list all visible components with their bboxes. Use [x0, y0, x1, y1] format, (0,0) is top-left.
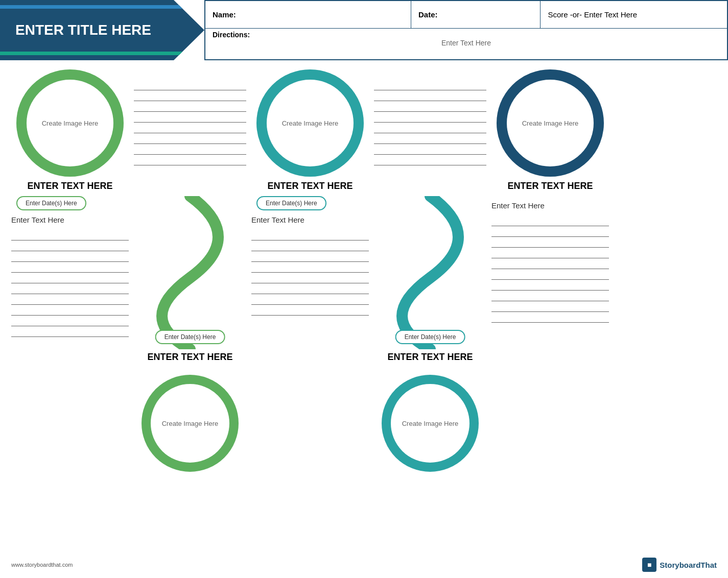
line [251, 240, 369, 240]
lines-block-1 [134, 77, 246, 171]
directions-field[interactable]: Directions: Enter Text Here [205, 29, 727, 60]
line [134, 154, 246, 155]
middle-row: Enter Date(s) Here Enter Text Here [11, 196, 717, 349]
line [374, 90, 486, 90]
date-badge-3-text: Enter Date(s) Here [266, 200, 317, 207]
circle-1[interactable]: Create Image Here [16, 69, 124, 177]
line [134, 133, 246, 133]
date-badge-2[interactable]: Enter Date(s) Here [155, 330, 225, 344]
circle-3-label: Create Image Here [517, 114, 584, 132]
line [491, 311, 609, 312]
footer-url: www.storyboardthat.com [11, 562, 73, 568]
right-lines-mid [491, 213, 609, 328]
date-badge-1[interactable]: Enter Date(s) Here [16, 196, 86, 210]
top-row: Create Image Here ENTER TEXT HERE [11, 69, 717, 194]
line [251, 272, 369, 273]
line [491, 236, 609, 237]
bottom-circle-teal[interactable]: Create Image Here [382, 375, 479, 472]
line [251, 294, 369, 294]
circle-col-1: Create Image Here ENTER TEXT HERE [11, 69, 129, 194]
date-badge-4-text: Enter Date(s) Here [405, 333, 456, 341]
bottom-circle-green-col: Create Image Here [134, 375, 246, 472]
snake-green-title: ENTER TEXT HERE [147, 352, 232, 363]
circle-1-label: Create Image Here [37, 114, 104, 132]
bottom-circle-teal-label: Create Image Here [397, 415, 464, 432]
footer: www.storyboardthat.com ■ StoryboardThat [11, 558, 717, 572]
line [11, 304, 129, 305]
line [11, 272, 129, 273]
line [11, 336, 129, 337]
bottom-circle-green[interactable]: Create Image Here [142, 375, 239, 472]
circle-col-2: Create Image Here ENTER TEXT HERE [251, 69, 369, 194]
header-row1: Name: Date: Score -or- Enter Text Here [205, 1, 727, 29]
line [251, 261, 369, 262]
date-badge-1-text: Enter Date(s) Here [26, 200, 77, 207]
enter-text-5[interactable]: Enter Text Here [491, 201, 609, 210]
line [11, 240, 129, 240]
line [491, 226, 609, 226]
line [251, 251, 369, 251]
left-lines-mid [11, 227, 129, 342]
lines-col-1 [134, 69, 246, 194]
circle-2[interactable]: Create Image Here [256, 69, 364, 177]
line [491, 247, 609, 248]
bottom-row: Create Image Here Create Image Here [11, 375, 717, 472]
title-stripe-bottom [0, 52, 204, 55]
score-field[interactable]: Score -or- Enter Text Here [541, 1, 727, 28]
line [374, 122, 486, 123]
bottom-circle-green-label: Create Image Here [157, 415, 224, 432]
line [491, 290, 609, 291]
enter-text-1[interactable]: Enter Text Here [11, 215, 64, 224]
timeline-col-3: Enter Date(s) Here Enter Text Here [251, 196, 369, 349]
directions-label: Directions: [213, 31, 250, 39]
directions-value: Enter Text Here [213, 39, 720, 47]
line [134, 143, 246, 144]
title-area: ENTER TITLE HERE [0, 0, 204, 60]
circle-2-label: Create Image Here [277, 114, 344, 132]
snake-teal-title: ENTER TEXT HERE [387, 352, 473, 363]
line [11, 261, 129, 262]
lines-block-2 [374, 77, 486, 171]
brand-icon: ■ [642, 558, 656, 572]
line [251, 304, 369, 305]
date-field[interactable]: Date: [411, 1, 541, 28]
circle-2-title: ENTER TEXT HERE [267, 181, 353, 191]
enter-text-3[interactable]: Enter Text Here [251, 215, 304, 224]
timeline-col-1: Enter Date(s) Here Enter Text Here [11, 196, 129, 349]
date-label: Date: [418, 10, 438, 19]
page-title[interactable]: ENTER TITLE HERE [15, 22, 151, 38]
line [374, 101, 486, 101]
line [491, 258, 609, 258]
snake-svg-teal [374, 196, 486, 349]
line [374, 111, 486, 112]
line [374, 165, 486, 165]
circle-col-3: Create Image Here ENTER TEXT HERE [491, 69, 609, 194]
snake-col-teal: Enter Date(s) Here ENTER TEXT HERE [374, 196, 486, 349]
brand-name: StoryboardThat [660, 561, 717, 569]
circle-3[interactable]: Create Image Here [497, 69, 604, 177]
date-badge-4[interactable]: Enter Date(s) Here [395, 330, 465, 344]
header: ENTER TITLE HERE Name: Date: Score -or- … [0, 0, 728, 60]
mid-lines-3 [251, 227, 369, 321]
snake-col-green: Enter Date(s) Here ENTER TEXT HERE [134, 196, 246, 349]
circle-3-title: ENTER TEXT HERE [507, 181, 593, 191]
snake-svg-green [134, 196, 246, 349]
date-badge-2-text: Enter Date(s) Here [165, 333, 216, 341]
lines-col-2 [374, 69, 486, 194]
circle-1-title: ENTER TEXT HERE [27, 181, 112, 191]
page-body: Create Image Here ENTER TEXT HERE [0, 60, 728, 497]
page: ENTER TITLE HERE Name: Date: Score -or- … [0, 0, 728, 578]
bottom-circle-teal-col: Create Image Here [374, 375, 486, 472]
line [491, 301, 609, 301]
date-badge-3[interactable]: Enter Date(s) Here [256, 196, 326, 210]
line [11, 283, 129, 283]
name-field[interactable]: Name: [205, 1, 411, 28]
line [374, 154, 486, 155]
line [491, 279, 609, 280]
line [11, 251, 129, 251]
line [134, 122, 246, 123]
footer-brand: ■ StoryboardThat [642, 558, 717, 572]
line [134, 90, 246, 90]
line [251, 283, 369, 283]
line [491, 322, 609, 323]
